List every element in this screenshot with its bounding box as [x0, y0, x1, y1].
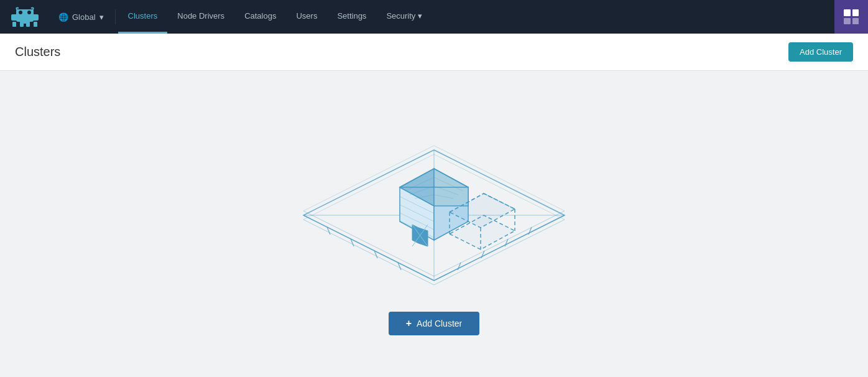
main-content: + Add Cluster — [0, 71, 868, 377]
global-menu[interactable]: 🌐 Global ▾ — [50, 0, 113, 34]
security-chevron: ▾ — [418, 11, 422, 21]
page-title: Clusters — [15, 45, 60, 59]
nav-item-catalogs[interactable]: Catalogs — [234, 0, 286, 34]
nav-item-settings[interactable]: Settings — [327, 0, 376, 34]
plus-icon: + — [406, 318, 412, 329]
add-cluster-header-button[interactable]: Add Cluster — [788, 42, 853, 62]
grid-cell-4 — [852, 18, 859, 25]
svg-rect-6 — [34, 22, 37, 27]
global-label: Global — [72, 12, 96, 22]
nav-item-users[interactable]: Users — [286, 0, 327, 34]
navbar: 🌐 Global ▾ Clusters Node Drivers Catalog… — [0, 0, 868, 34]
grid-cell-3 — [844, 18, 851, 25]
svg-point-3 — [19, 11, 22, 14]
page-header: Clusters Add Cluster — [0, 34, 868, 71]
nav-divider — [115, 9, 116, 24]
svg-rect-5 — [12, 22, 16, 27]
svg-point-9 — [20, 20, 30, 24]
svg-point-4 — [27, 11, 31, 14]
rancher-logo — [10, 6, 40, 28]
global-chevron: ▾ — [99, 12, 104, 22]
svg-marker-39 — [418, 228, 428, 246]
globe-icon: 🌐 — [58, 12, 68, 22]
nav-item-clusters[interactable]: Clusters — [118, 0, 168, 34]
add-cluster-center-button[interactable]: + Add Cluster — [389, 312, 480, 335]
add-cluster-center-label: Add Cluster — [417, 319, 462, 328]
empty-state: + Add Cluster — [291, 88, 577, 360]
nav-item-security[interactable]: Security ▾ — [376, 0, 432, 34]
nav-items: 🌐 Global ▾ Clusters Node Drivers Catalog… — [50, 0, 442, 34]
empty-illustration — [291, 113, 577, 287]
grid-cell-1 — [844, 9, 851, 16]
grid-cell-2 — [852, 9, 859, 16]
brand-logo-container[interactable] — [0, 0, 50, 34]
app-switcher-button[interactable] — [834, 0, 868, 34]
app-switcher-grid — [844, 9, 859, 24]
nav-item-node-drivers[interactable]: Node Drivers — [167, 0, 234, 34]
